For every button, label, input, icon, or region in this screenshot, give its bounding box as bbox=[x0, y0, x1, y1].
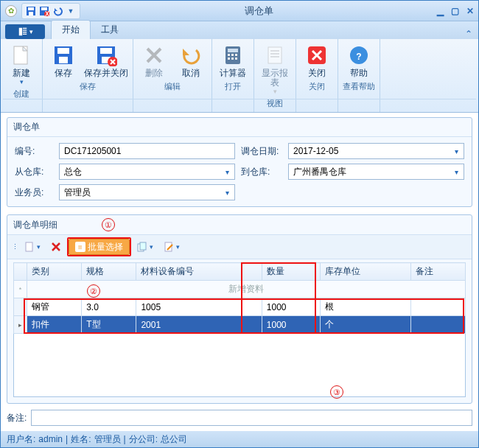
qat-undo-icon[interactable] bbox=[52, 5, 63, 17]
tab-tools[interactable]: 工具 bbox=[91, 21, 129, 39]
group-save: 保存 保存并关闭 保存 bbox=[43, 39, 133, 112]
delete-button[interactable]: 删除 bbox=[136, 42, 172, 80]
from-field[interactable]: 总仓▾ bbox=[59, 164, 235, 180]
detail-title: 调仓单明细 bbox=[13, 219, 57, 231]
clerk-field[interactable]: 管理员▾ bbox=[59, 184, 235, 200]
date-field[interactable]: 2017-12-05▾ bbox=[288, 143, 464, 159]
group-open: 计算器 打开 bbox=[212, 39, 254, 112]
help-icon: ? bbox=[347, 43, 371, 67]
status-branch: 总公司 bbox=[161, 433, 187, 446]
svg-rect-27 bbox=[235, 57, 237, 60]
status-name: 管理员 bbox=[94, 433, 121, 446]
save-button[interactable]: 保存 bbox=[46, 42, 81, 80]
svg-rect-21 bbox=[228, 49, 238, 52]
svg-rect-29 bbox=[270, 50, 279, 52]
svg-rect-8 bbox=[23, 28, 27, 29]
svg-rect-1 bbox=[28, 7, 34, 10]
col-code[interactable]: 材料设备编号 bbox=[136, 263, 262, 281]
save-close-button[interactable]: 保存并关闭 bbox=[83, 42, 130, 80]
toolbar-copy-button[interactable]: ▾ bbox=[133, 239, 158, 255]
to-field[interactable]: 广州番禺仓库▾ bbox=[288, 164, 464, 180]
undo-icon bbox=[179, 43, 203, 67]
group-label: 视图 bbox=[257, 98, 293, 111]
calculator-button[interactable]: 计算器 bbox=[215, 42, 251, 80]
no-label: 编号: bbox=[15, 145, 53, 158]
toolbar-delete-button[interactable] bbox=[46, 239, 66, 255]
remark-field[interactable] bbox=[31, 410, 472, 426]
svg-rect-10 bbox=[23, 32, 27, 32]
toolbar-edit-button[interactable]: ▾ bbox=[159, 239, 184, 255]
group-label: 保存 bbox=[46, 81, 130, 94]
svg-rect-22 bbox=[228, 54, 230, 56]
panel-title: 调仓单 bbox=[7, 118, 472, 137]
window-controls: ▁ ▢ ✕ bbox=[437, 6, 474, 16]
svg-rect-30 bbox=[270, 53, 279, 55]
batch-select-button[interactable]: ≡批量选择 bbox=[69, 239, 130, 255]
content-area: 调仓单 编号: DC171205001 调仓日期: 2017-12-05▾ 从仓… bbox=[1, 113, 478, 448]
date-label: 调仓日期: bbox=[241, 145, 282, 158]
svg-rect-23 bbox=[231, 54, 234, 56]
tab-start[interactable]: 开始 bbox=[51, 20, 91, 39]
app-icon: ✿ bbox=[5, 5, 17, 17]
report-button[interactable]: 显示报表▾ bbox=[257, 42, 293, 97]
qat-dropdown-icon[interactable]: ▼ bbox=[65, 5, 77, 17]
svg-rect-14 bbox=[57, 48, 69, 54]
cancel-button[interactable]: 取消 bbox=[173, 42, 209, 80]
to-label: 到仓库: bbox=[241, 166, 282, 178]
svg-rect-31 bbox=[270, 56, 279, 57]
pin-ribbon-icon[interactable]: ⌃ bbox=[465, 29, 472, 39]
help-button[interactable]: ?帮助 bbox=[341, 42, 377, 80]
no-field[interactable]: DC171205001 bbox=[59, 143, 235, 159]
ribbon: 新建▾ 创建 保存 保存并关闭 保存 删除 取消 编辑 计算器 打开 显示报表▾… bbox=[1, 39, 478, 113]
chevron-down-icon[interactable]: ▾ bbox=[450, 145, 462, 157]
qat-save-icon[interactable] bbox=[25, 5, 37, 17]
detail-toolbar: ⋮ ▾ ≡批量选择 ▾ ▾ bbox=[7, 234, 472, 259]
table-row[interactable]: 钢管3.010051000根 bbox=[14, 298, 466, 316]
chevron-down-icon[interactable]: ▾ bbox=[221, 186, 233, 198]
header-form: 编号: DC171205001 调仓日期: 2017-12-05▾ 从仓库: 总… bbox=[7, 137, 472, 206]
col-spec[interactable]: 规格 bbox=[82, 263, 136, 281]
new-button[interactable]: 新建▾ bbox=[4, 42, 39, 87]
close-button[interactable]: ✕ bbox=[466, 6, 474, 16]
chevron-down-icon[interactable]: ▾ bbox=[450, 166, 462, 178]
minimize-button[interactable]: ▁ bbox=[437, 6, 444, 16]
svg-rect-17 bbox=[100, 48, 112, 54]
remarks-row: 备注: bbox=[7, 410, 472, 426]
app-menu-button[interactable]: ▾ bbox=[5, 24, 45, 39]
clerk-label: 业务员: bbox=[15, 186, 53, 199]
col-unit[interactable]: 库存单位 bbox=[321, 263, 410, 281]
ribbon-tabs: ▾ 开始 工具 ⌃ bbox=[1, 21, 478, 39]
col-remark[interactable]: 备注 bbox=[410, 263, 465, 281]
status-bar: 用户名: admin | 姓名: 管理员 | 分公司: 总公司 bbox=[1, 431, 478, 447]
list-icon: ≡ bbox=[75, 242, 85, 252]
close-icon bbox=[305, 43, 329, 67]
detail-table-wrap: 类别 规格 材料设备编号 数量 库存单位 备注 *新增资料 钢管3.010051… bbox=[13, 262, 466, 397]
status-user: admin bbox=[38, 434, 63, 444]
new-icon bbox=[10, 43, 33, 67]
group-label: 查看帮助 bbox=[341, 81, 377, 94]
group-label: 关闭 bbox=[299, 81, 335, 94]
group-help: ?帮助 查看帮助 bbox=[338, 39, 380, 112]
table-row[interactable]: ▸扣件T型20011000个 bbox=[14, 316, 466, 334]
group-close: 关闭 关闭 bbox=[296, 39, 338, 112]
report-icon bbox=[263, 43, 287, 67]
quick-access-toolbar: x ▼ bbox=[21, 3, 80, 19]
maximize-button[interactable]: ▢ bbox=[451, 6, 459, 16]
remark-label: 备注: bbox=[7, 412, 27, 424]
new-row[interactable]: *新增资料 bbox=[14, 281, 466, 298]
svg-rect-37 bbox=[140, 242, 146, 250]
svg-rect-35 bbox=[26, 242, 32, 251]
svg-rect-25 bbox=[228, 57, 230, 60]
group-label: 创建 bbox=[4, 88, 39, 101]
toolbar-anchor-icon[interactable]: ⋮ bbox=[12, 243, 18, 251]
col-category[interactable]: 类别 bbox=[27, 263, 82, 281]
title-bar: ✿ x ▼ 调仓单 ▁ ▢ ✕ bbox=[1, 1, 478, 21]
close-doc-button[interactable]: 关闭 bbox=[299, 42, 335, 80]
group-label: 打开 bbox=[215, 81, 251, 94]
chevron-down-icon[interactable]: ▾ bbox=[221, 166, 233, 178]
svg-rect-24 bbox=[235, 54, 237, 56]
col-qty[interactable]: 数量 bbox=[262, 263, 321, 281]
group-create: 新建▾ 创建 bbox=[1, 39, 43, 112]
qat-saveclose-icon[interactable]: x bbox=[38, 5, 50, 17]
toolbar-new-button[interactable]: ▾ bbox=[20, 239, 45, 255]
